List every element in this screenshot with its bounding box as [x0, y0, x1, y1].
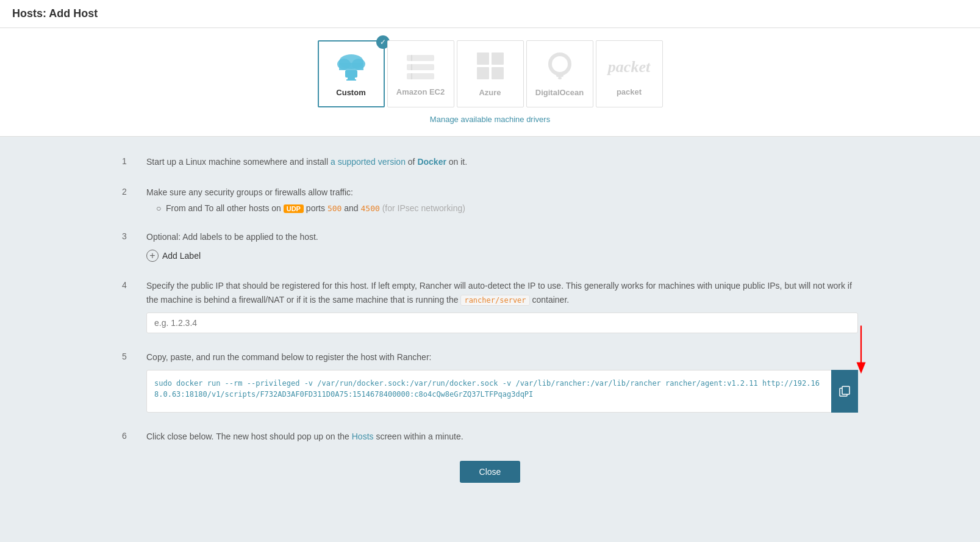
- add-label-button[interactable]: + Add Label: [146, 250, 201, 262]
- ec2-card-label: Amazon EC2: [396, 87, 445, 96]
- host-type-section: ✓ Custom: [0, 28, 980, 137]
- step-2-text: Make sure any security groups or firewal…: [146, 187, 353, 197]
- step-1-row: 1 Start up a Linux machine somewhere and…: [122, 155, 858, 168]
- copy-icon: [839, 385, 851, 397]
- step-5-number: 5: [122, 350, 134, 361]
- ec2-icon-area: [404, 52, 437, 82]
- azure-icon-area: [475, 51, 506, 83]
- step-6-content: Click close below. The new host should p…: [146, 430, 858, 443]
- svg-point-17: [550, 54, 570, 74]
- packet-icon-area: packet: [612, 52, 646, 82]
- do-card-label: DigitalOcean: [535, 88, 584, 97]
- host-card-azure[interactable]: Azure: [457, 40, 524, 107]
- command-display: sudo docker run --rm --privileged -v /va…: [146, 370, 858, 413]
- step-3-text: Optional: Add labels to be applied to th…: [146, 232, 318, 242]
- packet-card-label: packet: [617, 87, 642, 96]
- azure-icon: [475, 51, 506, 81]
- svg-rect-11: [411, 64, 412, 70]
- command-box-wrapper: sudo docker run --rm --privileged -v /va…: [146, 370, 858, 413]
- host-card-amazon-ec2[interactable]: Amazon EC2: [387, 40, 454, 107]
- custom-icon: [333, 51, 370, 81]
- main-content: 1 Start up a Linux machine somewhere and…: [0, 137, 980, 519]
- svg-rect-14: [492, 52, 504, 65]
- step-2-row: 2 Make sure any security groups or firew…: [122, 186, 858, 212]
- do-icon-area: [545, 51, 575, 83]
- svg-rect-15: [477, 67, 489, 79]
- step-3-content: Optional: Add labels to be applied to th…: [146, 230, 858, 262]
- svg-rect-4: [345, 70, 357, 78]
- host-type-cards: ✓ Custom: [318, 40, 663, 107]
- rancher-server-code: rancher/server: [460, 295, 529, 306]
- step-6-number: 6: [122, 430, 134, 441]
- step-1-text: Start up a Linux machine somewhere and i…: [146, 157, 467, 167]
- close-area: Close: [122, 461, 858, 501]
- udp-badge: UDP: [284, 204, 304, 213]
- azure-card-label: Azure: [479, 88, 501, 97]
- step-4-number: 4: [122, 279, 134, 290]
- svg-rect-19: [558, 77, 562, 79]
- step-2-sublist: From and To all other hosts on UDP ports…: [156, 203, 858, 213]
- step-3-row: 3 Optional: Add labels to be applied to …: [122, 230, 858, 262]
- svg-rect-18: [556, 74, 563, 77]
- copy-button[interactable]: [831, 370, 858, 413]
- ipsec-note: (for IPsec networking): [382, 203, 465, 213]
- step-6-row: 6 Click close below. The new host should…: [122, 430, 858, 443]
- svg-rect-12: [411, 73, 412, 79]
- step-5-content: Copy, paste, and run the command below t…: [146, 350, 858, 413]
- svg-rect-10: [411, 55, 412, 61]
- port-500: 500: [327, 204, 342, 213]
- hosts-link[interactable]: Hosts: [352, 432, 374, 441]
- page-title: Hosts: Add Host: [12, 7, 968, 20]
- svg-rect-23: [842, 386, 849, 394]
- port-4500: 4500: [361, 204, 380, 213]
- step-2-content: Make sure any security groups or firewal…: [146, 186, 858, 212]
- step-6-text: Click close below. The new host should p…: [146, 432, 463, 441]
- step-2-subitem: From and To all other hosts on UDP ports…: [156, 203, 858, 213]
- add-label-text: Add Label: [162, 251, 201, 261]
- ec2-icon: [404, 52, 437, 82]
- custom-card-label: Custom: [336, 88, 365, 97]
- digitalocean-icon: [545, 51, 575, 81]
- step-4-text: Specify the public IP that should be reg…: [146, 281, 852, 304]
- close-button[interactable]: Close: [460, 461, 521, 483]
- step-4-row: 4 Specify the public IP that should be r…: [122, 279, 858, 333]
- step-1-number: 1: [122, 155, 134, 166]
- step-5-row: 5 Copy, paste, and run the command below…: [122, 350, 858, 413]
- add-label-circle-icon: +: [146, 250, 159, 262]
- step-2-number: 2: [122, 186, 134, 197]
- svg-rect-5: [348, 78, 355, 79]
- step-4-content: Specify the public IP that should be reg…: [146, 279, 858, 333]
- svg-rect-8: [407, 64, 434, 70]
- manage-drivers-link[interactable]: Manage available machine drivers: [430, 115, 550, 124]
- docker-highlight: Docker: [417, 157, 446, 167]
- host-card-digitalocean[interactable]: DigitalOcean: [526, 40, 593, 107]
- svg-rect-9: [407, 73, 434, 79]
- svg-rect-6: [346, 79, 356, 81]
- packet-icon: packet: [612, 52, 646, 82]
- ip-input[interactable]: [146, 313, 858, 333]
- step-1-content: Start up a Linux machine somewhere and i…: [146, 155, 858, 168]
- host-card-custom[interactable]: ✓ Custom: [318, 40, 385, 107]
- svg-rect-16: [492, 67, 504, 79]
- step-5-text: Copy, paste, and run the command below t…: [146, 352, 431, 362]
- custom-icon-area: [333, 51, 370, 83]
- svg-rect-3: [339, 63, 363, 70]
- host-card-packet[interactable]: packet packet: [596, 40, 663, 107]
- svg-rect-7: [407, 55, 434, 61]
- svg-rect-13: [477, 52, 489, 65]
- page-title-bar: Hosts: Add Host: [0, 0, 980, 28]
- supported-version-link[interactable]: a supported version: [331, 157, 406, 167]
- step-3-number: 3: [122, 230, 134, 241]
